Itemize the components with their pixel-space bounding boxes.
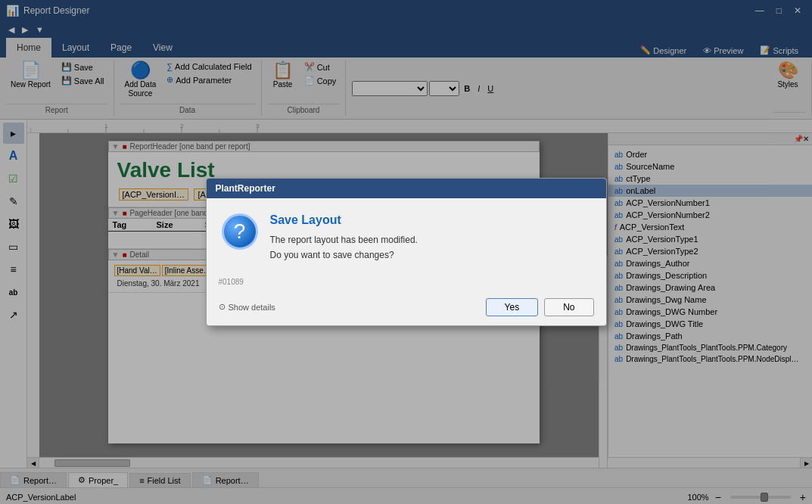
save-dialog-overlay: PlantReporter ? Save Layout The report l… — [0, 0, 812, 504]
dialog-error-id: #01089 — [207, 278, 606, 292]
dialog-content: Save Layout The report layout has been m… — [270, 213, 591, 262]
dialog-title-text: Save Layout — [270, 213, 591, 227]
show-details-toggle[interactable]: ⊙ Show details — [219, 302, 275, 312]
show-details-chevron: ⊙ — [219, 302, 226, 312]
dialog-footer: ⊙ Show details Yes No — [207, 292, 606, 325]
dialog-no-button[interactable]: No — [544, 298, 593, 316]
dialog-app-title: PlantReporter — [207, 179, 606, 198]
dialog-buttons: Yes No — [486, 298, 594, 316]
dialog-yes-button[interactable]: Yes — [486, 298, 539, 316]
dialog-message: The report layout has been modified. Do … — [270, 233, 591, 262]
save-layout-dialog: PlantReporter ? Save Layout The report l… — [206, 178, 607, 325]
dialog-question-icon: ? — [222, 213, 258, 250]
dialog-body: ? Save Layout The report layout has been… — [207, 198, 606, 277]
